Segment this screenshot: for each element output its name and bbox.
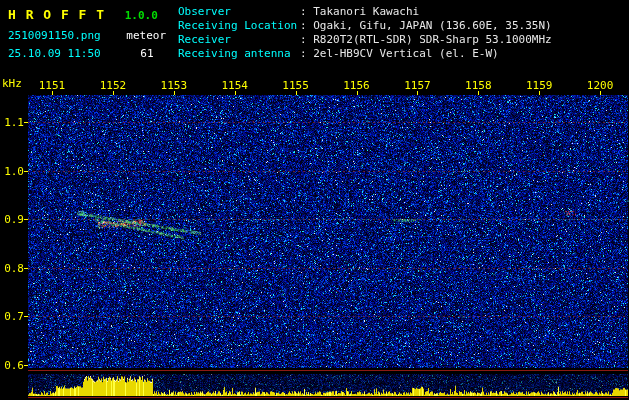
x-axis-label: 1156 [343,79,370,92]
mode-label: meteor [126,29,166,42]
info-row: Receiving Location Ogaki, Gifu, JAPAN (1… [178,19,552,33]
app-title: H R O F F T [8,7,105,22]
title-line: H R O F F T 1.0.0 [8,4,158,23]
info-value: Ogaki, Gifu, JAPAN (136.60E, 35.35N) [300,19,552,33]
app-version: 1.0.0 [125,9,158,22]
observer-info: Observer Takanori Kawachi Receiving Loca… [178,5,552,61]
x-axis-label: 1152 [100,79,127,92]
info-value: R820T2(RTL-SDR) SDR-Sharp 53.1000MHz [300,33,552,47]
x-axis-label: 1154 [221,79,248,92]
y-axis-label: 1.1 [0,116,24,129]
y-axis-label: 1.0 [0,164,24,177]
output-filename: 2510091150.png [8,29,101,42]
echo-count: 61 [140,47,153,60]
x-axis-label: 1159 [526,79,553,92]
timestamp: 25.10.09 11:50 [8,47,101,60]
file-line: 2510091150.png meteor [8,24,166,43]
x-axis-label: 1200 [587,79,614,92]
info-value: 2el-HB9CV Vertical (el. E-W) [300,47,499,61]
info-row: Receiving antenna 2el-HB9CV Vertical (el… [178,47,552,61]
y-axis-label: 0.8 [0,261,24,274]
info-value: Takanori Kawachi [300,5,419,19]
info-label: Receiving Location [178,19,300,33]
info-label: Receiver [178,33,300,47]
x-axis-label: 1153 [161,79,188,92]
y-axis-label: 0.9 [0,213,24,226]
x-axis-label: 1157 [404,79,431,92]
info-label: Receiving antenna [178,47,300,61]
y-axis-label: 0.6 [0,358,24,371]
info-row: Receiver R820T2(RTL-SDR) SDR-Sharp 53.10… [178,33,552,47]
x-axis-label: 1158 [465,79,492,92]
info-label: Observer [178,5,300,19]
time-line: 25.10.09 11:50 61 [8,42,154,61]
info-row: Observer Takanori Kawachi [178,5,552,19]
x-axis-label: 1155 [282,79,309,92]
y-axis-label: 0.7 [0,310,24,323]
x-axis-label: 1151 [39,79,66,92]
hrofft-output: H R O F F T 1.0.0 2510091150.png meteor … [0,0,629,400]
y-axis-unit-label: kHz [2,77,22,90]
